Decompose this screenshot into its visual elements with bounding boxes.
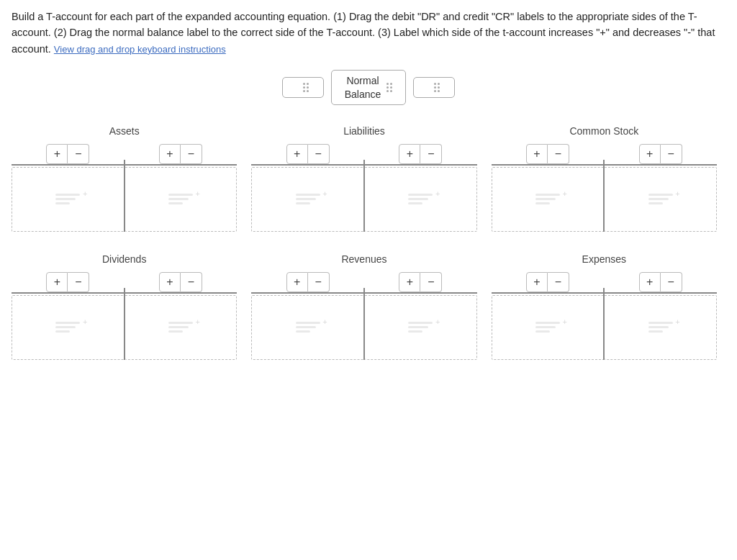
account-section-dividends: Dividends + − + − — [12, 253, 237, 360]
drop-line-1 — [535, 194, 560, 196]
account-title: Liabilities — [343, 125, 385, 137]
t-account-left-side[interactable] — [12, 167, 124, 232]
t-account-body — [492, 295, 717, 360]
t-account: + − + − — [492, 272, 717, 360]
credit-drag-label[interactable] — [413, 77, 455, 98]
drop-line-2 — [408, 326, 428, 328]
right-plus-button[interactable]: + — [159, 144, 181, 164]
normal-balance-drag-handle — [386, 83, 392, 92]
left-minus-button[interactable]: − — [308, 144, 330, 164]
drop-line-1 — [55, 194, 80, 196]
drop-line-3 — [648, 330, 663, 333]
drop-line-3 — [168, 330, 183, 333]
left-plus-button[interactable]: + — [46, 272, 68, 292]
drop-line-2 — [535, 198, 556, 200]
t-account-left-side[interactable] — [251, 167, 363, 232]
left-plus-button[interactable]: + — [286, 272, 308, 292]
drop-line-1 — [296, 322, 320, 324]
debit-drag-handle — [303, 83, 309, 92]
left-plus-button[interactable]: + — [46, 144, 68, 164]
t-account-body — [12, 295, 237, 360]
t-account-right-side[interactable] — [605, 295, 717, 360]
drop-line-1 — [168, 194, 193, 196]
left-minus-button[interactable]: − — [68, 144, 89, 164]
right-controls: + − — [639, 144, 682, 164]
t-account-left-side[interactable] — [492, 295, 604, 360]
right-controls: + − — [639, 272, 682, 292]
left-minus-button[interactable]: − — [308, 272, 330, 292]
drop-line-1 — [408, 194, 433, 196]
right-plus-button[interactable]: + — [159, 272, 181, 292]
drop-line-2 — [168, 198, 189, 200]
account-title: Revenues — [341, 253, 386, 265]
right-plus-button[interactable]: + — [639, 144, 661, 164]
account-title: Assets — [109, 125, 140, 137]
left-drop-zone-icon — [296, 322, 320, 333]
left-minus-button[interactable]: − — [548, 144, 569, 164]
drop-line-3 — [168, 202, 183, 204]
right-minus-button[interactable]: − — [181, 144, 202, 164]
account-section-expenses: Expenses + − + − — [492, 253, 717, 360]
t-account-right-side[interactable] — [125, 295, 238, 360]
t-account: + − + − — [12, 272, 237, 360]
drop-line-1 — [168, 322, 193, 324]
right-minus-button[interactable]: − — [181, 272, 202, 292]
account-section-liabilities: Liabilities + − + − — [251, 125, 476, 232]
left-plus-button[interactable]: + — [286, 144, 308, 164]
t-account-right-side[interactable] — [365, 167, 477, 232]
keyboard-instructions-link[interactable]: View drag and drop keyboard instructions — [54, 44, 226, 55]
drop-line-2 — [648, 326, 669, 328]
t-account: + − + − — [492, 144, 717, 232]
t-account: + − + − — [251, 272, 476, 360]
right-drop-zone-icon — [648, 194, 673, 204]
left-plus-button[interactable]: + — [526, 272, 548, 292]
t-account-right-side[interactable] — [365, 295, 477, 360]
right-plus-button[interactable]: + — [399, 144, 420, 164]
left-drop-zone-icon — [55, 322, 80, 333]
t-account-left-side[interactable] — [12, 295, 124, 360]
left-controls: + − — [286, 272, 330, 292]
drop-line-3 — [55, 202, 70, 204]
drop-line-2 — [55, 198, 76, 200]
right-minus-button[interactable]: − — [661, 272, 682, 292]
right-minus-button[interactable]: − — [420, 272, 442, 292]
drop-line-1 — [648, 322, 673, 324]
drop-line-3 — [648, 202, 663, 204]
drop-line-3 — [296, 330, 310, 333]
right-controls: + − — [399, 144, 442, 164]
account-section-common-stock: Common Stock + − + − — [492, 125, 717, 232]
left-controls: + − — [526, 272, 569, 292]
accounts-grid: Assets + − + − — [12, 125, 717, 360]
drop-line-2 — [648, 198, 669, 200]
debit-drag-label[interactable] — [282, 77, 324, 98]
t-account-body — [251, 295, 476, 360]
t-account-left-side[interactable] — [251, 295, 363, 360]
drop-line-3 — [535, 330, 550, 333]
right-minus-button[interactable]: − — [420, 144, 442, 164]
left-controls: + − — [46, 272, 89, 292]
right-controls: + − — [399, 272, 442, 292]
left-controls: + − — [286, 144, 330, 164]
t-account-right-side[interactable] — [605, 167, 717, 232]
left-minus-button[interactable]: − — [548, 272, 569, 292]
drop-line-1 — [55, 322, 80, 324]
t-account-body — [251, 167, 476, 232]
left-minus-button[interactable]: − — [68, 272, 89, 292]
left-drop-zone-icon — [535, 194, 560, 204]
t-account-body — [12, 167, 237, 232]
t-account-right-side[interactable] — [125, 167, 238, 232]
t-account-left-side[interactable] — [492, 167, 604, 232]
left-drop-zone-icon — [55, 194, 80, 204]
drop-line-2 — [168, 326, 189, 328]
credit-drag-handle — [434, 83, 440, 92]
drop-line-1 — [408, 322, 433, 324]
right-plus-button[interactable]: + — [639, 272, 661, 292]
right-plus-button[interactable]: + — [399, 272, 420, 292]
right-minus-button[interactable]: − — [661, 144, 682, 164]
account-title: Expenses — [582, 253, 626, 265]
drop-line-2 — [535, 326, 556, 328]
normal-balance-drag-label[interactable]: NormalBalance — [331, 70, 407, 104]
drop-line-1 — [296, 194, 320, 196]
drop-line-1 — [648, 194, 673, 196]
left-plus-button[interactable]: + — [526, 144, 548, 164]
